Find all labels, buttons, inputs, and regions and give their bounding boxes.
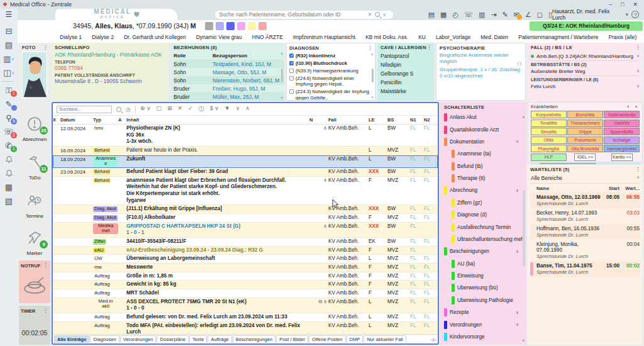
doc-search-icon[interactable] (116, 107, 121, 112)
krankheiten-nav-icons[interactable]: ‹ › (627, 104, 640, 109)
patient-file-icon[interactable]: ⊟ (2, 25, 16, 38)
view-tab-labor-vorlage[interactable]: Labor_Vorlage (431, 33, 475, 42)
krankheit-appendizitis[interactable]: Appendizitis (604, 128, 640, 135)
diagnose-row[interactable]: (Z24.6) Notwendigkeit einer Impfung gege… (289, 75, 372, 88)
document-row[interactable]: AuftragGewicht in kg: 85 kgKV Amb.Beh.FM… (53, 281, 438, 289)
footer-tab-bescheinigungen[interactable]: Bescheinigungen (233, 335, 275, 343)
diagnose-row[interactable]: (N39.9) Harnwegserkrankung (289, 67, 372, 75)
footer-tab-texte[interactable]: Texte (189, 335, 207, 343)
patient-transfer-icon[interactable]: ▦ (2, 181, 16, 194)
timer-panel[interactable]: TIMER ⋮ 00:02:05 (19, 306, 50, 345)
schalter-verordnungen[interactable]: Verordnungen∨ (444, 318, 525, 330)
document-row[interactable]: Medika metGRIPPOSTAD C HARTKAPSELN HKP 2… (53, 223, 438, 238)
allergy-item[interactable]: Nifedipin (380, 60, 431, 69)
view-tab-dr-gerhardt-und-kollegen[interactable]: Dr. Gerhardt und Kollegen (119, 33, 191, 42)
tool-marker-button[interactable]: 9Marker (19, 223, 50, 259)
beziehung-row[interactable]: SohnTestpatient, Kind, 10J, M (174, 60, 284, 68)
patient-marker-1[interactable] (205, 22, 213, 30)
krankheit-grippe[interactable]: Grippe (567, 128, 603, 135)
view-tab-dialyse-1[interactable]: Dialyse 1 (55, 33, 86, 42)
appointments-clock-icon[interactable]: ◴ (453, 11, 459, 19)
warteliste-filter-select[interactable]: Alle Bereiche ∨ (530, 174, 640, 184)
krankheit-konjunktivitis[interactable]: Konjunktivitis (531, 111, 567, 118)
schalter-diagnose-d-[interactable]: Diagnose (d) (444, 209, 525, 221)
notification-bell-icon[interactable] (2, 153, 16, 166)
copy-entry-icon[interactable]: ⊞ (167, 105, 172, 113)
document-row[interactable]: Diag. Akut(F10.0) AlkoholkaterKV Amb.Beh… (53, 214, 438, 223)
column-header-typ[interactable]: Typ (93, 117, 118, 123)
tool-termine-button[interactable]: Termine (19, 185, 50, 221)
krankheit-gastroenteritis[interactable]: Gastroenteritis (604, 111, 640, 118)
krankheit-pneumonie[interactable]: Pneumonie (567, 137, 603, 144)
phone-number[interactable]: 0385 77094 (55, 65, 165, 71)
confirm-icon[interactable]: ✓ (188, 105, 193, 113)
column-header-inhalt[interactable]: Inhalt (126, 117, 309, 123)
beziehung-row[interactable]: BruderFreibier, Hugo, 95J, M (174, 84, 284, 92)
diagnose-row[interactable]: (R32) Inkontinenz (289, 52, 372, 60)
checkout-icon[interactable]: ⇥ (491, 11, 496, 19)
schalter-anamnese-ta-[interactable]: Anamnese (ta) (444, 148, 525, 160)
document-row[interactable]: 16.09.2024BefundPatient war heute in der… (53, 147, 438, 155)
krankheit-otitis[interactable]: Otitis (531, 137, 567, 144)
lab-icon[interactable]: ⚲9 (2, 111, 16, 125)
schalter-ziffern-gz-[interactable]: Ziffern (gz) (444, 197, 525, 209)
collapse-icon[interactable]: ∧ (323, 299, 327, 305)
user-dropdown-chevron-icon[interactable]: ∨ (625, 12, 628, 17)
mail-icon[interactable]: ✉ (514, 11, 519, 19)
view-tab-kb-mit-doku-ass-[interactable]: KB mit Doku. Ass. (361, 33, 413, 42)
footer-tab-nav-icon[interactable]: ◁▷ (431, 337, 436, 342)
patient-marker-3[interactable] (226, 22, 235, 30)
foto-menu-icon[interactable]: ⋮ (43, 44, 48, 50)
view-tab-praxis-alle-[interactable]: Praxis (alle) (604, 33, 641, 42)
allergy-item[interactable]: Maisstärke (380, 87, 431, 96)
insurance-card-icon[interactable]: ▦ (440, 11, 447, 19)
footer-tab-dosierpl-ne[interactable]: Dosierpläne (157, 335, 189, 343)
column-header-n2[interactable]: N2 (424, 117, 438, 123)
footer-tab-alle-eintr-ge[interactable]: Alle Einträge (54, 335, 89, 343)
view-tab-dialyse-2[interactable]: Dialyse 2 (87, 33, 118, 42)
current-user[interactable]: Hausarzt, Dr. med. Felix Lurch (552, 8, 622, 21)
notruf-panel[interactable]: NOTRUF ⋮ (19, 260, 50, 303)
column-header-datum[interactable]: Datum (60, 117, 93, 123)
beziehung-row[interactable]: SohnNierenstein, Norbert, 68J, M (174, 76, 284, 84)
expand-icon[interactable]: ∨ (236, 105, 240, 113)
cave-menu-icon[interactable]: ⋮ (426, 44, 432, 50)
krankheit-hlp[interactable]: HLP (531, 153, 567, 161)
bs-dropdown-chevron-icon[interactable]: ∨ (636, 69, 640, 74)
view-tab-hno-rzte[interactable]: HNO ÄRZTE (248, 33, 287, 42)
krankheit-igel-[interactable]: IGEL >> (574, 153, 596, 161)
patient-address[interactable]: Musenstraße 8 , D - 19055 Schwerin (55, 78, 165, 84)
schalter-quartalskontrolle-arzt[interactable]: Quartalskontrolle Arzt (444, 123, 525, 135)
minimize-button[interactable]: – (609, 1, 612, 8)
patient-card-icon[interactable]: ▤ (428, 11, 435, 19)
beziehung-row[interactable]: SohnMassage, Otto, 55J, M (174, 68, 284, 76)
allergy-item[interactable]: Pantoprazol (380, 52, 431, 60)
schalter-einweisung[interactable]: Einweisung (444, 270, 525, 282)
patient-marker-2[interactable] (216, 22, 224, 30)
schalter-ausfallrechnung-termin[interactable]: Ausfallrechnung Termin (444, 221, 525, 233)
schalter-befund-tb-[interactable]: Befund (tb) (444, 160, 525, 172)
krankheiten-scrollbar[interactable] (531, 162, 640, 165)
psychotherapie-note-1[interactable]: Biografische Anamnese wieder möglich (440, 52, 522, 65)
schalter-abrechnung[interactable]: Abrechnung∧ (444, 184, 525, 196)
schalterliste-scrollbar[interactable]: ∧∨ (521, 114, 526, 342)
privacy-lock-icon[interactable]: ⚿1 (2, 84, 16, 97)
krankheit-obs-bronchitis[interactable]: Obs.Bronchitis (567, 145, 603, 152)
krankheit-bronchitis[interactable]: Bronchitis (567, 111, 603, 118)
history-icon[interactable]: ◷ (126, 106, 131, 113)
doc-search-input[interactable] (57, 106, 112, 113)
delete-entry-icon[interactable]: ✕ (178, 105, 183, 113)
close-button[interactable]: ✕ (633, 1, 638, 8)
warteliste-row[interactable]: Kleinjung, Monika, 07.09.1990Sprechstund… (530, 240, 640, 261)
search-options-chevron-icon[interactable]: ∨ (382, 11, 387, 18)
krankheit-thoraxschmerz[interactable]: Thoraxschmerz (567, 120, 603, 127)
clear-search-icon[interactable]: ✕ (368, 11, 373, 18)
schalter-rezepte[interactable]: Rezepte∨ (444, 306, 525, 318)
alarm-bell-icon[interactable] (2, 167, 16, 180)
document-row[interactable]: AuftragBefund gelesen: von Dr. med. Feli… (53, 313, 438, 322)
column-header-n[interactable]: N (309, 117, 328, 123)
collapse-icon[interactable]: ∧ (245, 105, 250, 113)
diagnose-checkbox[interactable] (289, 53, 294, 58)
document-row[interactable]: 23.09.2024BefundBefund Patient klagt übe… (53, 168, 438, 177)
warteliste-row[interactable]: Banse, Tim, 11.04.1975Sprechstunde Dr. L… (530, 261, 640, 277)
